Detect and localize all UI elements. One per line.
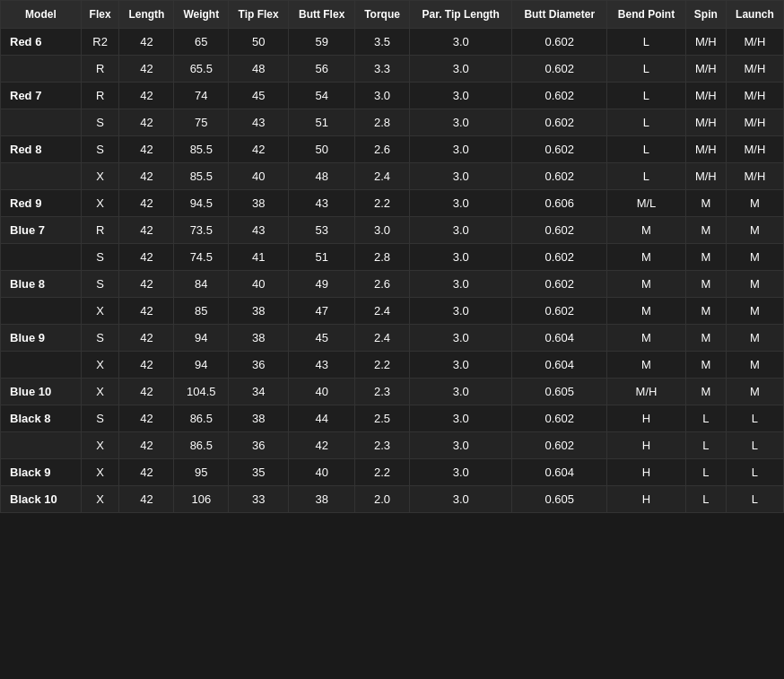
cell-butt_dia: 0.602 — [512, 271, 607, 298]
table-row: S427543512.83.00.602LM/HM/H — [1, 109, 784, 136]
cell-butt_flex: 51 — [289, 244, 355, 271]
header-length: Length — [119, 1, 174, 29]
cell-spin: M/H — [685, 29, 726, 56]
cell-tip_flex: 38 — [229, 298, 289, 325]
cell-model — [1, 56, 82, 83]
cell-flex: X — [81, 163, 119, 190]
cell-spin: M — [685, 217, 726, 244]
cell-tip_flex: 38 — [229, 325, 289, 352]
cell-butt_flex: 53 — [289, 217, 355, 244]
cell-weight: 75 — [174, 109, 229, 136]
cell-flex: R — [81, 83, 119, 109]
cell-bend: L — [607, 56, 686, 83]
header-flex: Flex — [81, 1, 119, 29]
cell-par_tip: 3.0 — [409, 109, 512, 136]
cell-torque: 2.8 — [355, 244, 410, 271]
cell-flex: R — [81, 217, 119, 244]
header-weight: Weight — [174, 1, 229, 29]
cell-tip_flex: 40 — [229, 163, 289, 190]
cell-butt_dia: 0.606 — [512, 190, 607, 217]
cell-model — [1, 109, 82, 136]
cell-length: 42 — [119, 379, 174, 405]
cell-weight: 65 — [174, 29, 229, 56]
cell-weight: 85.5 — [174, 163, 229, 190]
cell-launch: M — [726, 379, 783, 405]
cell-butt_flex: 43 — [289, 352, 355, 379]
cell-torque: 2.6 — [355, 136, 410, 163]
cell-tip_flex: 36 — [229, 432, 289, 459]
cell-launch: L — [726, 486, 783, 513]
cell-launch: M/H — [726, 29, 783, 56]
cell-tip_flex: 45 — [229, 83, 289, 109]
cell-par_tip: 3.0 — [409, 217, 512, 244]
cell-butt_dia: 0.605 — [512, 486, 607, 513]
header-par--tip-length: Par. Tip Length — [409, 1, 512, 29]
cell-model: Blue 8 — [1, 271, 82, 298]
header-bend-point: Bend Point — [607, 1, 686, 29]
cell-par_tip: 3.0 — [409, 379, 512, 405]
cell-weight: 86.5 — [174, 405, 229, 432]
cell-butt_dia: 0.602 — [512, 217, 607, 244]
cell-tip_flex: 40 — [229, 271, 289, 298]
cell-length: 42 — [119, 109, 174, 136]
header-spin: Spin — [685, 1, 726, 29]
table-row: Blue 8S428440492.63.00.602MMM — [1, 271, 784, 298]
cell-spin: M — [685, 271, 726, 298]
cell-torque: 2.4 — [355, 325, 410, 352]
cell-launch: M/H — [726, 83, 783, 109]
cell-bend: M — [607, 217, 686, 244]
cell-launch: M — [726, 325, 783, 352]
cell-torque: 2.8 — [355, 109, 410, 136]
cell-launch: M — [726, 190, 783, 217]
cell-model: Black 9 — [1, 459, 82, 486]
cell-par_tip: 3.0 — [409, 29, 512, 56]
cell-torque: 2.5 — [355, 405, 410, 432]
cell-model: Black 8 — [1, 405, 82, 432]
cell-torque: 2.0 — [355, 486, 410, 513]
table-row: Black 10X4210633382.03.00.605HLL — [1, 486, 784, 513]
cell-spin: L — [685, 486, 726, 513]
cell-tip_flex: 43 — [229, 109, 289, 136]
cell-spin: L — [685, 432, 726, 459]
table-row: X428538472.43.00.602MMM — [1, 298, 784, 325]
cell-par_tip: 3.0 — [409, 352, 512, 379]
cell-length: 42 — [119, 352, 174, 379]
cell-butt_flex: 47 — [289, 298, 355, 325]
cell-par_tip: 3.0 — [409, 325, 512, 352]
cell-model — [1, 244, 82, 271]
header-butt-flex: Butt Flex — [289, 1, 355, 29]
cell-butt_flex: 56 — [289, 56, 355, 83]
cell-model: Red 6 — [1, 29, 82, 56]
cell-spin: M — [685, 379, 726, 405]
cell-flex: X — [81, 379, 119, 405]
cell-weight: 74.5 — [174, 244, 229, 271]
cell-bend: L — [607, 29, 686, 56]
cell-launch: M/H — [726, 163, 783, 190]
cell-length: 42 — [119, 217, 174, 244]
cell-spin: M/H — [685, 109, 726, 136]
cell-tip_flex: 42 — [229, 136, 289, 163]
cell-weight: 95 — [174, 459, 229, 486]
cell-butt_flex: 50 — [289, 136, 355, 163]
cell-torque: 3.0 — [355, 83, 410, 109]
cell-model: Blue 7 — [1, 217, 82, 244]
cell-tip_flex: 34 — [229, 379, 289, 405]
cell-length: 42 — [119, 29, 174, 56]
cell-par_tip: 3.0 — [409, 432, 512, 459]
header-butt-diameter: Butt Diameter — [512, 1, 607, 29]
table-row: Red 9X4294.538432.23.00.606M/LMM — [1, 190, 784, 217]
cell-launch: M/H — [726, 109, 783, 136]
cell-launch: M — [726, 352, 783, 379]
cell-length: 42 — [119, 136, 174, 163]
cell-model — [1, 163, 82, 190]
cell-tip_flex: 41 — [229, 244, 289, 271]
cell-butt_dia: 0.602 — [512, 432, 607, 459]
table-row: Blue 9S429438452.43.00.604MMM — [1, 325, 784, 352]
cell-tip_flex: 38 — [229, 190, 289, 217]
cell-model: Black 10 — [1, 486, 82, 513]
cell-model — [1, 298, 82, 325]
cell-launch: M — [726, 271, 783, 298]
cell-model: Blue 10 — [1, 379, 82, 405]
cell-butt_dia: 0.604 — [512, 352, 607, 379]
cell-weight: 65.5 — [174, 56, 229, 83]
